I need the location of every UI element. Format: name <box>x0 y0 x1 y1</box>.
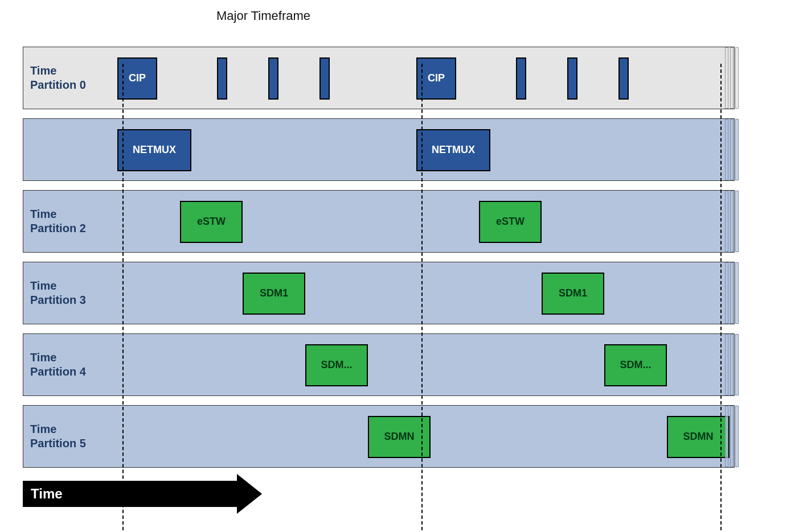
timeframe-boundary <box>720 64 722 530</box>
continuation-sliver <box>730 47 734 109</box>
tick-block <box>268 57 278 100</box>
continuation-sliver <box>735 334 739 395</box>
continuation-sliver <box>725 47 728 109</box>
continuation-sliver <box>735 191 739 252</box>
tick-block <box>319 57 330 100</box>
timeline-diagram: Time Partition 0CIPCIPNETMUXNETMUXTime P… <box>23 47 735 468</box>
tick-block <box>217 57 227 100</box>
continuation-sliver <box>725 191 728 252</box>
partition-label: Time Partition 2 <box>30 207 86 236</box>
timeframe-boundary <box>421 64 423 530</box>
tick-block <box>516 57 526 100</box>
continuation-sliver <box>725 406 728 467</box>
tick-block <box>567 57 577 100</box>
partition-label: Time Partition 0 <box>30 64 86 92</box>
continuation-sliver <box>735 47 739 109</box>
partition-row: Time Partition 3SDM1SDM1 <box>23 262 735 324</box>
continuation-sliver <box>725 119 728 180</box>
continuation-sliver <box>725 334 728 395</box>
tick-block <box>618 57 629 100</box>
timeframe-boundary <box>122 64 124 530</box>
time-axis-arrow: Time <box>23 481 239 507</box>
task-block: SDM... <box>604 344 667 386</box>
partition-row: NETMUXNETMUX <box>23 118 735 181</box>
partition-label: Time Partition 4 <box>30 350 86 379</box>
partition-label: Time Partition 5 <box>30 422 86 451</box>
task-block: SDM1 <box>243 273 305 315</box>
continuation-sliver <box>730 191 734 252</box>
task-block: SDM1 <box>542 273 604 315</box>
partition-row: Time Partition 4SDM...SDM... <box>23 333 735 396</box>
task-block: eSTW <box>479 201 542 243</box>
continuation-sliver <box>730 334 734 395</box>
continuation-sliver <box>730 406 734 467</box>
continuation-sliver <box>730 119 734 180</box>
continuation-sliver <box>735 262 739 324</box>
task-block: NETMUX <box>117 129 191 171</box>
major-timeframe-label: Major Timeframe <box>216 9 310 23</box>
continuation-sliver <box>725 262 728 324</box>
task-block: eSTW <box>180 201 243 243</box>
partition-row: Time Partition 2eSTWeSTW <box>23 190 735 253</box>
continuation-sliver <box>730 262 734 324</box>
partition-row: Time Partition 5SDMNSDMN <box>23 405 735 468</box>
task-block: NETMUX <box>416 129 490 171</box>
continuation-sliver <box>735 406 739 467</box>
partition-row: Time Partition 0CIPCIP <box>23 47 735 109</box>
partition-label: Time Partition 3 <box>30 279 86 307</box>
time-axis-label: Time <box>23 486 63 502</box>
continuation-sliver <box>735 119 739 180</box>
task-block: SDM... <box>305 344 368 386</box>
